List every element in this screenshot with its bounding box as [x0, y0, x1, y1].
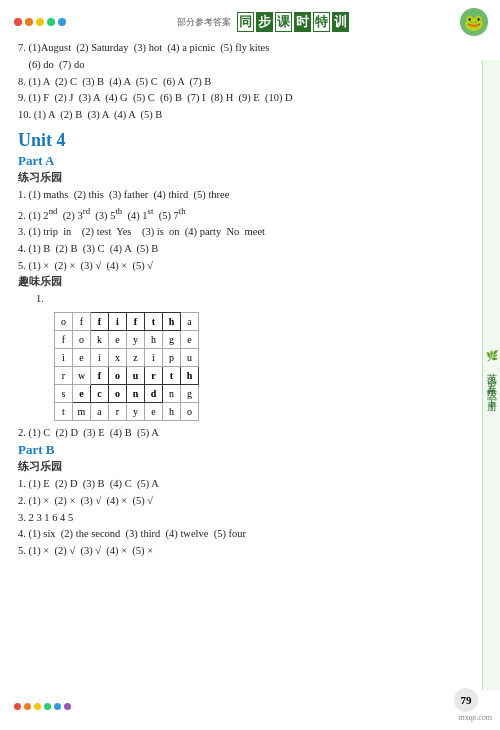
cell-3-1: w	[73, 367, 91, 385]
cell-1-3: e	[109, 331, 127, 349]
dot-1	[14, 18, 22, 26]
cell-1-4: y	[127, 331, 145, 349]
cell-1-7: e	[181, 331, 199, 349]
brand: 同 步 课 时 特 训	[237, 12, 349, 32]
brand-char-2: 步	[256, 12, 273, 32]
cell-5-7: o	[181, 403, 199, 421]
grid-row-5: t m a r y e h o	[55, 403, 199, 421]
dot-5	[58, 18, 66, 26]
cell-5-2: a	[91, 403, 109, 421]
right-sidebar: 🌿 英语 五年级 （下册）	[482, 60, 500, 690]
unit-content: Unit 4 Part A 练习乐园 1. (1) maths (2) this…	[14, 130, 488, 560]
cell-3-3: o	[109, 367, 127, 385]
cell-4-5: d	[145, 385, 163, 403]
unit-heading: Unit 4	[18, 130, 484, 151]
grid-label: 1.	[36, 291, 484, 308]
part-a-heading: Part A	[18, 153, 484, 169]
cell-0-0: o	[55, 313, 73, 331]
page-number: 79	[454, 688, 478, 712]
cell-5-1: m	[73, 403, 91, 421]
bdot-4	[44, 703, 51, 710]
partb-line-2: 2. (1) × (2) × (3) √ (4) × (5) √	[18, 493, 484, 510]
sidebar-icon: 🌿	[486, 350, 498, 361]
cell-2-7: u	[181, 349, 199, 367]
page-wrapper: 部分参考答案 同 步 课 时 特 训 🐸 7. (1)August (2) Sa…	[0, 0, 500, 730]
cell-1-1: o	[73, 331, 91, 349]
section-luyuan-b: 练习乐园	[18, 459, 484, 474]
cell-1-0: f	[55, 331, 73, 349]
grid-row-2: i e i x z i p u	[55, 349, 199, 367]
cell-0-5: t	[145, 313, 163, 331]
partb-line-1: 1. (1) E (2) D (3) B (4) C (5) A	[18, 476, 484, 493]
word-search-grid: o f f i f t h a f o k e y h g e	[54, 312, 199, 421]
header: 部分参考答案 同 步 课 时 特 训 🐸	[14, 8, 488, 36]
section-quwei-a: 趣味乐园	[18, 274, 484, 289]
cell-3-5: r	[145, 367, 163, 385]
parta-line-5: 5. (1) × (2) × (3) √ (4) × (5) √	[18, 258, 484, 275]
bottom-dots	[14, 703, 71, 710]
grid-row-0: o f f i f t h a	[55, 313, 199, 331]
mascot: 🐸	[460, 8, 488, 36]
cell-5-3: r	[109, 403, 127, 421]
cell-5-5: e	[145, 403, 163, 421]
cell-2-5: i	[145, 349, 163, 367]
cell-3-7: h	[181, 367, 199, 385]
cell-4-2: c	[91, 385, 109, 403]
parta-line-4: 4. (1) B (2) B (3) C (4) A (5) B	[18, 241, 484, 258]
grid-answers: 2. (1) C (2) D (3) E (4) B (5) A	[18, 425, 484, 442]
brand-char-5: 特	[313, 12, 330, 32]
sidebar-label-2: 五年级	[487, 375, 497, 384]
parta-line-3: 3. (1) trip in (2) test Yes (3) is on (4…	[18, 224, 484, 241]
section-luyuan-a: 练习乐园	[18, 170, 484, 185]
ref-text: 部分参考答案	[177, 16, 231, 29]
bdot-5	[54, 703, 61, 710]
bdot-6	[64, 703, 71, 710]
grid-section: 1. o f f i f t h a f o k e y	[36, 291, 484, 421]
cell-3-2: f	[91, 367, 109, 385]
cell-4-3: o	[109, 385, 127, 403]
page-number-area: 79	[454, 688, 478, 712]
part-b-heading: Part B	[18, 442, 484, 458]
pre-line-4: 9. (1) F (2) J (3) A (4) G (5) C (6) B (…	[18, 90, 484, 107]
cell-0-1: f	[73, 313, 91, 331]
sidebar-label-3: （下册）	[487, 388, 497, 400]
bdot-1	[14, 703, 21, 710]
header-title: 部分参考答案 同 步 课 时 特 训	[177, 12, 349, 32]
brand-char-4: 时	[294, 12, 311, 32]
website-url: mxqe.com	[458, 713, 492, 722]
cell-4-1: e	[73, 385, 91, 403]
cell-4-0: s	[55, 385, 73, 403]
brand-char-1: 同	[237, 12, 254, 32]
cell-2-4: z	[127, 349, 145, 367]
cell-2-3: x	[109, 349, 127, 367]
cell-3-0: r	[55, 367, 73, 385]
bdot-3	[34, 703, 41, 710]
partb-line-3: 3. 2 3 1 6 4 5	[18, 510, 484, 527]
sidebar-label-1: 英语	[487, 365, 497, 371]
pre-line-3: 8. (1) A (2) C (3) B (4) A (5) C (6) A (…	[18, 74, 484, 91]
cell-2-0: i	[55, 349, 73, 367]
cell-0-7: a	[181, 313, 199, 331]
cell-2-6: p	[163, 349, 181, 367]
parta-line-1: 1. (1) maths (2) this (3) father (4) thi…	[18, 187, 484, 204]
cell-1-6: g	[163, 331, 181, 349]
cell-3-4: u	[127, 367, 145, 385]
pre-line-2: (6) do (7) do	[18, 57, 484, 74]
cell-4-4: n	[127, 385, 145, 403]
brand-char-3: 课	[275, 12, 292, 32]
cell-2-1: e	[73, 349, 91, 367]
dot-3	[36, 18, 44, 26]
cell-0-6: h	[163, 313, 181, 331]
pre-unit-content: 7. (1)August (2) Saturday (3) hot (4) a …	[14, 40, 488, 124]
pre-line-1: 7. (1)August (2) Saturday (3) hot (4) a …	[18, 40, 484, 57]
pre-line-5: 10. (1) A (2) B (3) A (4) A (5) B	[18, 107, 484, 124]
cell-0-3: i	[109, 313, 127, 331]
grid-row-1: f o k e y h g e	[55, 331, 199, 349]
cell-0-2: f	[91, 313, 109, 331]
cell-3-6: t	[163, 367, 181, 385]
brand-char-6: 训	[332, 12, 349, 32]
grid-row-4: s e c o n d n g	[55, 385, 199, 403]
cell-4-6: n	[163, 385, 181, 403]
cell-5-4: y	[127, 403, 145, 421]
cell-1-5: h	[145, 331, 163, 349]
